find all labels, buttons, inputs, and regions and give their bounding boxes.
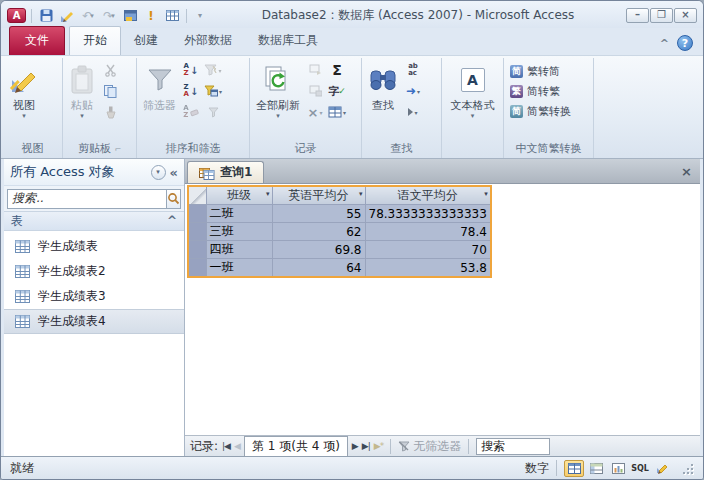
select-icon[interactable]: ▾ [403, 102, 423, 122]
paste-button[interactable]: 粘贴 ▾ [66, 60, 98, 120]
more-records-icon[interactable]: ▾ [327, 102, 347, 122]
previous-record-button[interactable]: ◀ [234, 441, 240, 451]
cell-chinese-avg[interactable]: 78.3333333333333 [365, 205, 491, 223]
collapse-ribbon-icon[interactable]: ^ [660, 37, 669, 50]
nav-item-table4[interactable]: 学生成绩表4 [4, 309, 184, 334]
traditional-to-simplified-button[interactable]: 简 繁转简 [507, 62, 563, 81]
help-icon[interactable]: ? [677, 35, 693, 51]
cell-chinese-avg[interactable]: 70 [365, 241, 491, 259]
last-record-button[interactable]: ▶| [362, 441, 370, 451]
datasheet-icon[interactable] [163, 7, 181, 24]
switch-window-icon[interactable] [121, 7, 139, 24]
column-header-class[interactable]: 班级▾ [206, 186, 272, 205]
tab-external-data[interactable]: 外部数据 [171, 27, 245, 55]
new-record-button[interactable]: ▶* [374, 441, 383, 451]
nav-item-table3[interactable]: 学生成绩表3 [4, 284, 184, 309]
convert-chinese-button[interactable]: 简 简繁转换 [507, 102, 574, 121]
advanced-filter-icon[interactable]: ▾ [203, 81, 223, 101]
selection-filter-icon[interactable]: ▾ [203, 60, 223, 80]
filter-button[interactable]: 筛选器 [140, 60, 179, 114]
close-document-icon[interactable]: × [681, 164, 692, 179]
nav-item-table1[interactable]: 学生成绩表 [4, 234, 184, 259]
record-search-input[interactable] [476, 438, 550, 455]
cell-class[interactable]: 三班 [206, 223, 272, 241]
row-selector[interactable] [188, 205, 206, 223]
toggle-filter-icon[interactable] [203, 102, 223, 122]
select-all-cell[interactable] [188, 186, 206, 205]
minimize-button[interactable]: – [626, 8, 649, 23]
sort-descending-icon[interactable]: ZA↓ [181, 81, 201, 101]
nav-section-tables[interactable]: 表 ^ [4, 211, 184, 231]
row-selector[interactable] [188, 259, 206, 278]
simplified-to-traditional-button[interactable]: 繁 简转繁 [507, 82, 563, 101]
nav-pane-header[interactable]: 所有 Access 对象 ▾ « [4, 159, 184, 186]
tab-home[interactable]: 开始 [69, 26, 121, 55]
new-record-icon[interactable] [305, 60, 325, 80]
cell-class[interactable]: 一班 [206, 259, 272, 278]
column-header-english-avg[interactable]: 英语平均分▾ [272, 186, 365, 205]
pivottable-view-button[interactable] [586, 460, 606, 477]
column-dropdown-icon[interactable]: ▾ [359, 190, 363, 198]
design-view-icon[interactable] [58, 7, 76, 24]
restore-button[interactable]: ❐ [650, 8, 673, 23]
save-icon[interactable] [37, 7, 55, 24]
view-button[interactable]: 视图 ▾ [6, 60, 42, 120]
search-icon[interactable] [166, 189, 181, 209]
record-position-box[interactable]: 第 1 项(共 4 项) [244, 436, 348, 457]
close-button[interactable]: × [674, 8, 697, 23]
query-datasheet: 班级▾ 英语平均分▾ 语文平均分▾ 二班 55 78.3333333333333… [187, 185, 492, 278]
row-selector[interactable] [188, 223, 206, 241]
sql-view-button[interactable]: SQL [630, 460, 650, 477]
cell-chinese-avg[interactable]: 53.8 [365, 259, 491, 278]
first-record-button[interactable]: |◀ [222, 441, 230, 451]
nav-search-input[interactable] [7, 189, 166, 209]
redo-icon[interactable]: ↷▾ [100, 7, 118, 24]
record-label: 记录: [190, 438, 218, 455]
resize-grip[interactable] [680, 461, 694, 475]
nav-menu-dropdown-icon[interactable]: ▾ [151, 165, 166, 180]
undo-icon[interactable]: ↶▾ [79, 7, 97, 24]
cell-english-avg[interactable]: 62 [272, 223, 365, 241]
pivotchart-view-button[interactable] [608, 460, 628, 477]
cell-english-avg[interactable]: 55 [272, 205, 365, 223]
spelling-icon[interactable]: 字✓ [327, 81, 347, 101]
cell-english-avg[interactable]: 69.8 [272, 241, 365, 259]
column-dropdown-icon[interactable]: ▾ [266, 190, 270, 198]
dialog-launcher-icon[interactable]: ⌐ [114, 145, 121, 154]
design-view-button[interactable] [652, 460, 672, 477]
shutter-bar-close-icon[interactable]: « [170, 165, 178, 180]
tab-query1[interactable]: 查询1 [187, 161, 264, 183]
delete-record-icon[interactable]: ×▾ [305, 102, 325, 122]
save-record-icon[interactable] [305, 81, 325, 101]
cell-class[interactable]: 二班 [206, 205, 272, 223]
exclamation-icon[interactable]: ! [142, 7, 160, 24]
next-record-button[interactable]: ▶ [352, 441, 358, 451]
tab-file[interactable]: 文件 [9, 26, 65, 55]
nav-item-table2[interactable]: 学生成绩表2 [4, 259, 184, 284]
cell-chinese-avg[interactable]: 78.4 [365, 223, 491, 241]
section-collapse-icon[interactable]: ^ [167, 214, 177, 228]
column-dropdown-icon[interactable]: ▾ [484, 190, 488, 198]
refresh-all-button[interactable]: 全部刷新 ▾ [253, 60, 303, 120]
format-painter-icon[interactable] [100, 102, 120, 122]
no-filter-button[interactable]: 无筛选器 [398, 438, 461, 455]
remove-sort-icon[interactable]: AZ [181, 102, 201, 122]
tab-database-tools[interactable]: 数据库工具 [245, 27, 331, 55]
divider [468, 439, 469, 454]
cell-english-avg[interactable]: 64 [272, 259, 365, 278]
cell-class[interactable]: 四班 [206, 241, 272, 259]
column-header-chinese-avg[interactable]: 语文平均分▾ [365, 186, 491, 205]
copy-icon[interactable] [100, 81, 120, 101]
replace-icon[interactable]: abac [403, 60, 423, 80]
customize-qat-icon[interactable]: ▾ [192, 7, 210, 24]
sort-ascending-icon[interactable]: AZ↓ [181, 60, 201, 80]
row-selector[interactable] [188, 241, 206, 259]
access-logo-icon[interactable]: A [7, 8, 26, 23]
text-format-button[interactable]: A 文本格式 ▾ [448, 60, 498, 120]
goto-icon[interactable]: ➜▾ [403, 81, 423, 101]
totals-icon[interactable]: Σ [327, 60, 347, 80]
cut-icon[interactable] [100, 60, 120, 80]
datasheet-view-button[interactable] [564, 460, 584, 477]
find-button[interactable]: 查找 [365, 60, 401, 114]
tab-create[interactable]: 创建 [121, 27, 171, 55]
